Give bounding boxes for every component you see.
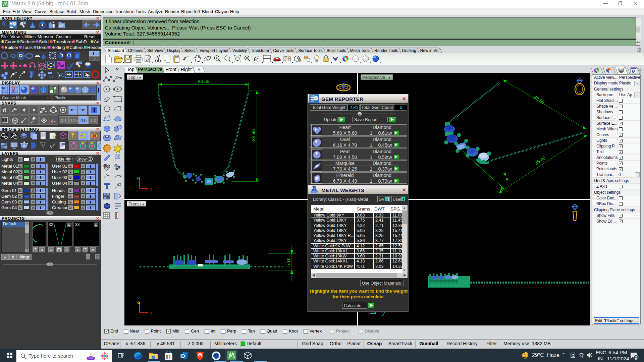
svg-text:Coarse Mesh: Coarse Mesh [2,96,26,100]
svg-text:85.46: 85.46 [251,129,256,141]
svg-text:˅: ˅ [47,96,49,100]
svg-text:1.0: 1.0 [90,118,96,123]
svg-text:x: x [150,310,152,315]
svg-text:x: x [150,186,152,191]
svg-text:5.16: 5.16 [286,257,291,266]
svg-text:0.5: 0.5 [80,118,87,123]
svg-text:0.1: 0.1 [61,118,67,123]
svg-text:2: 2 [635,355,637,359]
svg-text:z: z [136,299,139,304]
svg-text:83.59: 83.59 [533,95,545,105]
svg-text:0.25: 0.25 [69,118,78,123]
svg-text:S: S [76,53,79,58]
svg-text:?: ? [633,70,635,73]
svg-text:˅: ˅ [92,96,94,100]
svg-text:85.46: 85.46 [534,155,546,166]
svg-text:Plastic: Plastic [54,96,66,100]
svg-text:83.59: 83.59 [198,79,209,84]
